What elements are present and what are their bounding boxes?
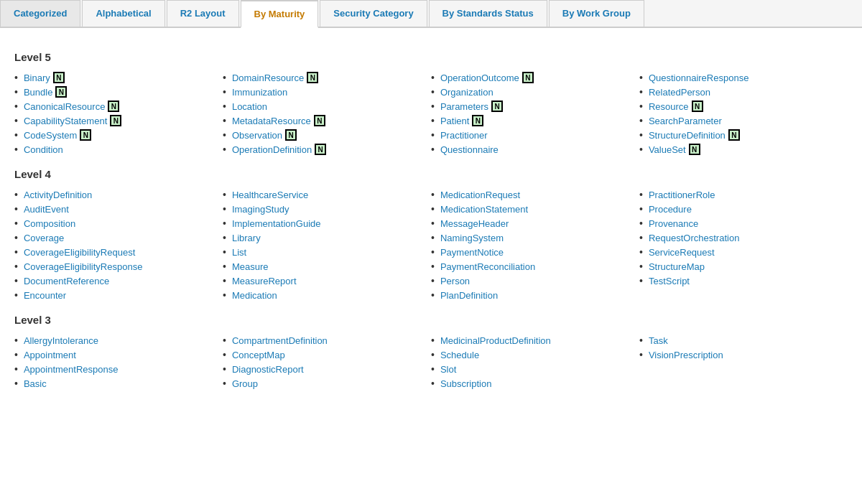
level-heading: Level 3 <box>14 314 848 326</box>
list-item: Person <box>431 274 639 288</box>
column-1: DomainResourceNImmunizationLocationMetad… <box>223 70 431 157</box>
tab-byworkgroup[interactable]: By Work Group <box>549 0 644 27</box>
resource-link[interactable]: List <box>232 247 246 258</box>
resource-link[interactable]: Provenance <box>649 218 698 229</box>
resource-link[interactable]: ActivityDefinition <box>24 190 92 200</box>
resource-link[interactable]: PlanDefinition <box>440 290 498 301</box>
resource-link[interactable]: Bundle <box>24 87 52 98</box>
resource-link[interactable]: MessageHeader <box>440 218 509 229</box>
list-item: Library <box>223 230 431 245</box>
resource-link[interactable]: ImplementationGuide <box>232 218 321 229</box>
resource-link[interactable]: PaymentReconciliation <box>440 261 535 272</box>
resource-link[interactable]: DocumentReference <box>24 276 109 286</box>
resource-link[interactable]: PaymentNotice <box>440 247 504 258</box>
resource-link[interactable]: CoverageEligibilityRequest <box>24 247 135 258</box>
resource-link[interactable]: StructureMap <box>649 261 705 272</box>
list-item: StructureMap <box>639 259 848 274</box>
resource-link[interactable]: AuditEvent <box>24 204 69 215</box>
tab-categorized[interactable]: Categorized <box>0 0 80 27</box>
resource-link[interactable]: MedicinalProductDefinition <box>440 335 551 346</box>
resource-link[interactable]: VisionPrescription <box>649 350 723 360</box>
list-item: Appointment <box>14 347 223 362</box>
resource-link[interactable]: Schedule <box>440 350 479 360</box>
resource-link[interactable]: MedicationStatement <box>440 204 528 215</box>
resource-link[interactable]: Measure <box>232 261 269 272</box>
resource-link[interactable]: Observation <box>232 130 282 141</box>
resource-link[interactable]: TestScript <box>649 276 690 286</box>
resource-link[interactable]: StructureDefinition <box>649 130 726 141</box>
resource-link[interactable]: Group <box>232 378 258 389</box>
resource-link[interactable]: CodeSystem <box>24 130 77 141</box>
list-item: Location <box>223 99 431 113</box>
resource-link[interactable]: AllergyIntolerance <box>24 335 98 346</box>
resource-link[interactable]: CanonicalResource <box>24 101 105 112</box>
list-item: ImplementationGuide <box>223 216 431 230</box>
list-item: ParametersN <box>431 99 639 113</box>
resource-link[interactable]: MeasureReport <box>232 276 297 286</box>
level-heading: Level 5 <box>14 51 848 63</box>
resource-link[interactable]: Slot <box>440 364 456 375</box>
resource-link[interactable]: Composition <box>24 218 75 229</box>
resource-link[interactable]: Medication <box>232 290 277 301</box>
list-item: CanonicalResourceN <box>14 99 223 113</box>
resource-link[interactable]: Organization <box>440 87 493 98</box>
resource-link[interactable]: ValueSet <box>649 144 686 155</box>
resource-link[interactable]: OperationDefinition <box>232 144 312 155</box>
resource-link[interactable]: MetadataResource <box>232 116 311 126</box>
resource-link[interactable]: Subscription <box>440 378 492 389</box>
resource-link[interactable]: CapabilityStatement <box>24 116 107 126</box>
resource-link[interactable]: Basic <box>24 378 47 389</box>
resource-link[interactable]: ServiceRequest <box>649 247 715 258</box>
resource-link[interactable]: OperationOutcome <box>440 73 519 83</box>
resource-link[interactable]: Binary <box>24 73 50 83</box>
resource-link[interactable]: Condition <box>24 144 63 155</box>
list-item: Measure <box>223 259 431 274</box>
resource-link[interactable]: CompartmentDefinition <box>232 335 328 346</box>
resource-link[interactable]: RelatedPerson <box>649 87 710 98</box>
list-item: AppointmentResponse <box>14 362 223 376</box>
resource-link[interactable]: DomainResource <box>232 73 304 83</box>
list-item: PaymentNotice <box>431 245 639 259</box>
resource-link[interactable]: CoverageEligibilityResponse <box>24 261 142 272</box>
resource-link[interactable]: Parameters <box>440 101 488 112</box>
resource-link[interactable]: SearchParameter <box>649 116 722 126</box>
resource-link[interactable]: PractitionerRole <box>649 190 715 200</box>
resource-link[interactable]: ConceptMap <box>232 350 285 360</box>
list-item: PlanDefinition <box>431 288 639 302</box>
resource-link[interactable]: Appointment <box>24 350 76 360</box>
list-item: ServiceRequest <box>639 245 848 259</box>
list-item: PaymentReconciliation <box>431 259 639 274</box>
main-content: Level 5BinaryNBundleNCanonicalResourceNC… <box>0 28 862 408</box>
resource-link[interactable]: DiagnosticReport <box>232 364 304 375</box>
resource-link[interactable]: Library <box>232 233 261 243</box>
resource-link[interactable]: RequestOrchestration <box>649 233 739 243</box>
list-item: Slot <box>431 362 639 376</box>
tab-bystandards[interactable]: By Standards Status <box>429 0 547 27</box>
resource-link[interactable]: Procedure <box>649 204 692 215</box>
resource-link[interactable]: Encounter <box>24 290 66 301</box>
list-item: RelatedPerson <box>639 85 848 99</box>
resource-link[interactable]: Location <box>232 101 267 112</box>
normative-badge: N <box>55 86 67 98</box>
resource-link[interactable]: Person <box>440 276 470 286</box>
resource-link[interactable]: ImagingStudy <box>232 204 289 215</box>
resource-link[interactable]: Questionnaire <box>440 144 499 155</box>
resource-link[interactable]: Task <box>649 335 668 346</box>
resource-link[interactable]: Resource <box>649 101 689 112</box>
list-item: NamingSystem <box>431 230 639 245</box>
column-0: ActivityDefinitionAuditEventCompositionC… <box>14 187 223 302</box>
resource-link[interactable]: QuestionnaireResponse <box>649 73 749 83</box>
resource-link[interactable]: NamingSystem <box>440 233 504 243</box>
resource-link[interactable]: Practitioner <box>440 130 488 141</box>
list-item: AuditEvent <box>14 202 223 216</box>
tab-r2layout[interactable]: R2 Layout <box>167 0 239 27</box>
resource-link[interactable]: Immunization <box>232 87 287 98</box>
tab-bymaturity[interactable]: By Maturity <box>241 0 319 28</box>
resource-link[interactable]: Patient <box>440 116 469 126</box>
resource-link[interactable]: HealthcareService <box>232 190 308 200</box>
resource-link[interactable]: Coverage <box>24 233 64 243</box>
tab-securitycategory[interactable]: Security Category <box>320 0 427 27</box>
tab-alphabetical[interactable]: Alphabetical <box>82 0 164 27</box>
resource-link[interactable]: MedicationRequest <box>440 190 520 200</box>
resource-link[interactable]: AppointmentResponse <box>24 364 119 375</box>
